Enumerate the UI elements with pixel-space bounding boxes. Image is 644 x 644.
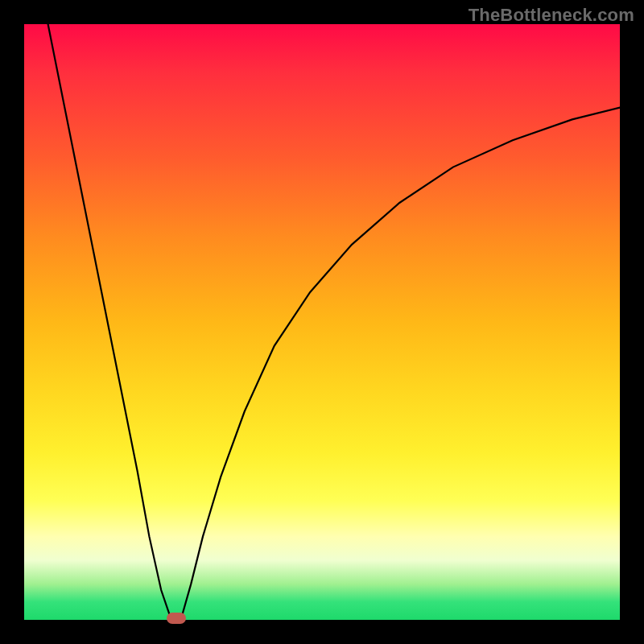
- minimum-marker: [167, 613, 186, 624]
- bottleneck-curve: [24, 24, 620, 620]
- watermark-text: TheBottleneck.com: [469, 5, 634, 26]
- curve-right-branch: [181, 108, 620, 620]
- plot-area: [24, 24, 620, 620]
- chart-frame: TheBottleneck.com: [0, 0, 644, 644]
- curve-left-branch: [48, 24, 171, 620]
